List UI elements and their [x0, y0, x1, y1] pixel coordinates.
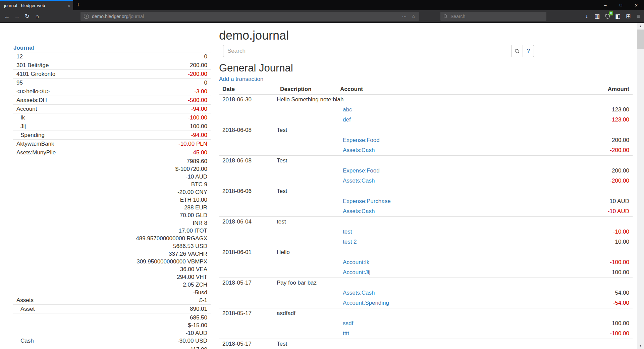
posting-account-cell: test [337, 227, 555, 237]
transaction-description: asdfadf [277, 308, 633, 318]
balance-amount: -20.00 CNY [136, 188, 207, 196]
sidebar-account-link[interactable]: 12 [13, 53, 23, 60]
balance-amount: -117.00 [189, 346, 207, 349]
extension-icon[interactable]: 0 [602, 11, 612, 21]
back-button[interactable]: ← [2, 11, 12, 21]
transaction-date: 2018-06-01 [219, 247, 277, 257]
sidebar-toggle-icon[interactable]: ◧ [613, 11, 623, 21]
sidebar-account-link[interactable]: Asets:MunyPile [13, 149, 56, 156]
posting-account-link[interactable]: Expense:Food [343, 137, 380, 143]
posting-account-cell: ssdf [337, 318, 555, 329]
transaction-description: test [277, 217, 633, 227]
add-transaction-link[interactable]: Add a transaction [219, 76, 263, 83]
balance-amount: $-15.00 [177, 321, 207, 329]
grid-icon[interactable]: ⊞ [623, 11, 633, 21]
tab-close-icon[interactable]: × [67, 3, 70, 8]
sidebar-account-link[interactable]: Cash [13, 337, 34, 345]
balance-amount: £-1 [136, 296, 207, 304]
posting-account-link[interactable]: Account:Spending [343, 300, 389, 306]
sidebar-account-link[interactable]: Assets [13, 296, 34, 304]
balance-amount: 685.50 [177, 314, 207, 321]
sidebar-account-link[interactable]: 301 Beiträge [13, 61, 49, 69]
browser-search-input[interactable] [450, 14, 543, 19]
posting-account-cell: def [337, 115, 555, 125]
transaction: 2018-06-30Hello Something note:blahabc12… [219, 95, 633, 125]
account-balance: 100.00 [190, 122, 207, 130]
menu-icon[interactable]: ≡ [634, 11, 644, 21]
posting-account-link[interactable]: tttt [343, 330, 349, 337]
sidebar-account-link[interactable]: 95 [13, 79, 23, 87]
search-help-button[interactable]: ? [523, 45, 534, 57]
forward-button[interactable]: → [12, 11, 22, 21]
posting-account-link[interactable]: Account:Jij [343, 269, 370, 276]
url-bar[interactable]: i demo.hledger.org /journal ⋯ ☆ [80, 12, 419, 21]
transaction: 2018-06-06TestExpense:Purchase10 AUDAsse… [219, 186, 633, 216]
posting-account-link[interactable]: Account:Ik [343, 259, 369, 265]
sidebar-account-link[interactable]: Asset [13, 305, 35, 313]
posting-amount: 200.00 [555, 135, 633, 145]
sidebar-account-link[interactable]: 4101 Girokonto [13, 70, 55, 78]
scrollbar-thumb[interactable] [637, 30, 644, 49]
posting-account-cell: Expense:Purchase [337, 196, 555, 206]
sidebar-account-link[interactable]: Aktywa:mBank [13, 140, 54, 148]
sidebar-account-link[interactable]: Jij [13, 122, 26, 130]
scroll-up-arrow[interactable]: ▲ [637, 23, 644, 30]
balance-amount: -10.00 PLN [178, 140, 207, 148]
sidebar-account-row: Aktywa:mBank-10.00 PLN [13, 139, 211, 148]
transaction-description: Pay foo bar baz [277, 278, 633, 288]
bookmark-star-icon[interactable]: ☆ [411, 14, 416, 19]
account-balance: 200.00 [190, 61, 207, 69]
posting-account-link[interactable]: test [343, 229, 352, 235]
sidebar-account-link[interactable]: Account [13, 105, 37, 113]
accounts-list: 120301 Beiträge200.004101 Girokonto-200.… [13, 52, 211, 349]
journal-search-button[interactable] [512, 45, 523, 57]
window-restore-button[interactable]: □ [613, 0, 629, 10]
posting-account-cell: tttt [337, 329, 555, 339]
balance-amount: -94.00 [191, 131, 207, 139]
window-minimize-button[interactable]: − [598, 0, 613, 10]
sidebar-account-link[interactable]: Ik [13, 114, 25, 121]
library-icon[interactable]: ▥ [592, 11, 602, 21]
posting-account-link[interactable]: ssdf [343, 320, 353, 327]
download-icon[interactable]: ↓ [582, 11, 592, 21]
transaction: 2018-06-08TestExpense:Food200.00Assets:C… [219, 125, 633, 155]
account-balance: 0 [204, 53, 207, 60]
sidebar-account-link[interactable]: Aaasets:DH [13, 96, 47, 104]
sidebar-journal-link[interactable]: Journal [13, 45, 34, 51]
window-controls: − □ × [598, 0, 644, 10]
sidebar-account-row: 950 [13, 78, 211, 87]
balance-amount: -94.00 [191, 105, 207, 113]
page-actions-icon[interactable]: ⋯ [402, 14, 407, 19]
browser-search-bar[interactable] [440, 12, 546, 21]
posting-account-link[interactable]: Assets:Cash [343, 208, 375, 214]
posting-amount: -200.00 [555, 145, 633, 155]
journal-search-input[interactable] [223, 45, 512, 57]
account-balance: -117.00 [189, 346, 207, 349]
page-scrollbar[interactable]: ▲ ▼ [637, 23, 644, 349]
posting-account-link[interactable]: Assets:Cash [343, 147, 375, 153]
posting-account-link[interactable]: def [343, 116, 351, 123]
account-balance: -500.00 [188, 96, 207, 104]
new-tab-button[interactable]: + [73, 0, 83, 10]
posting-account-link[interactable]: Assets:Cash [343, 290, 375, 296]
sidebar-account-link[interactable]: <u>hello</u> [13, 88, 50, 95]
balance-amount: -500.00 [188, 96, 207, 104]
browser-toolbar: ← → ↻ ⌂ i demo.hledger.org /journal ⋯ ☆ … [0, 10, 644, 23]
home-button[interactable]: ⌂ [32, 11, 42, 21]
posting-account-link[interactable]: Assets:Cash [343, 178, 375, 184]
window-close-button[interactable]: × [629, 0, 644, 10]
sidebar-account-link[interactable]: Spending [13, 131, 45, 139]
sidebar-account-row: 301 Beiträge200.00 [13, 61, 211, 69]
posting-account-link[interactable]: test 2 [343, 239, 357, 245]
site-info-icon[interactable]: i [84, 14, 89, 19]
posting-amount: -10 AUD [555, 206, 633, 216]
posting-account-link[interactable]: Expense:Purchase [343, 198, 391, 204]
reload-button[interactable]: ↻ [22, 11, 32, 21]
posting-account-link[interactable]: abc [343, 106, 352, 113]
posting-account-link[interactable]: Expense:Food [343, 167, 380, 174]
scroll-down-arrow[interactable]: ▼ [637, 342, 644, 349]
toolbar-icons: ↓ ▥ 0 ◧ ⊞ ≡ [582, 11, 644, 21]
balance-amount: $-100720.00 [136, 165, 207, 173]
account-balance: -45.00 [191, 149, 207, 156]
browser-tab[interactable]: journal - hledger-web × [0, 0, 73, 10]
